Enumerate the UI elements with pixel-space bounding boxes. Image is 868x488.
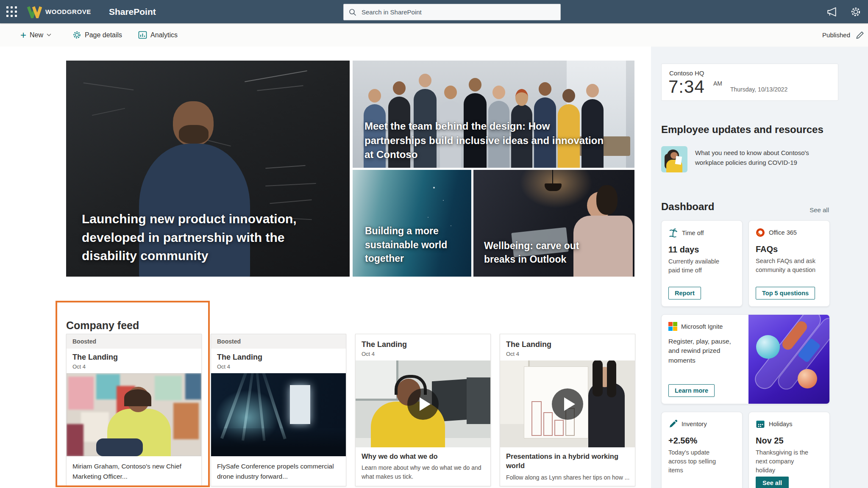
updates-thumbnail bbox=[661, 146, 687, 172]
dashboard-description: Currently available paid time off bbox=[662, 255, 739, 275]
dashboard-see-all-link[interactable]: See all bbox=[810, 206, 829, 214]
app-launcher-icon[interactable] bbox=[0, 0, 23, 23]
hero-wellbeing-title: Wellbeing: carve out breaks in Outlook bbox=[484, 239, 588, 266]
feed-card-title: FlySafe Conference propels commercial dr… bbox=[211, 456, 347, 487]
feed-image-miriam bbox=[67, 373, 201, 456]
updates-item-text: What you need to know about Contoso's wo… bbox=[695, 146, 837, 172]
dashboard-app-label: Office 365 bbox=[769, 229, 797, 236]
feed-card-why-we-do[interactable]: The Landing Oct 4 Why we do what we do L… bbox=[355, 334, 491, 486]
hero-main-title: Launching new product innovation, develo… bbox=[82, 210, 313, 265]
plus-icon: + bbox=[20, 32, 26, 39]
analytics-icon bbox=[138, 31, 147, 39]
dashboard-description: Search FAQs and ask community a question bbox=[749, 254, 826, 274]
feed-video-thumb-presentation bbox=[500, 360, 635, 447]
feed-card-flysafe[interactable]: Boosted The Landing Oct 4 FlySafe Confer… bbox=[211, 334, 346, 486]
new-button-label: New bbox=[30, 31, 43, 39]
suite-bar: WOODGROVE SharePoint bbox=[0, 0, 868, 23]
play-button[interactable] bbox=[552, 388, 583, 420]
feed-date: Oct 4 bbox=[506, 351, 629, 357]
publish-status: Published bbox=[822, 31, 850, 39]
boosted-badge: Boosted bbox=[217, 338, 241, 345]
hero-card-main[interactable]: Launching new product innovation, develo… bbox=[66, 61, 350, 277]
megaphone-icon[interactable] bbox=[826, 7, 837, 17]
feed-date: Oct 4 bbox=[362, 351, 484, 357]
hero-sustainable-title: Building a more sustainable world togeth… bbox=[365, 224, 452, 266]
updates-heading: Employee updates and resources bbox=[661, 124, 823, 136]
analytics-button[interactable]: Analytics bbox=[136, 28, 179, 42]
dashboard-app-label: Inventory bbox=[682, 421, 707, 427]
analytics-label: Analytics bbox=[150, 31, 178, 39]
search-input[interactable] bbox=[361, 8, 555, 16]
hero-card-team[interactable]: Meet the team behind the design: How par… bbox=[353, 61, 634, 168]
page-details-gear-icon bbox=[72, 30, 81, 39]
hero-card-wellbeing[interactable]: Wellbeing: carve out breaks in Outlook bbox=[473, 170, 634, 277]
clock-time: 7:34 bbox=[668, 77, 705, 97]
feed-card-title: Why we do what we do bbox=[356, 447, 490, 462]
feed-card-title: Presentations in a hybrid working world bbox=[500, 447, 632, 471]
feed-source: The Landing bbox=[72, 353, 195, 362]
feed-source: The Landing bbox=[217, 353, 340, 362]
office-365-icon bbox=[756, 228, 765, 237]
feed-card-presentations[interactable]: The Landing Oct 4 Presentations in a hyb… bbox=[500, 334, 635, 486]
feed-image-conference bbox=[211, 373, 346, 456]
dashboard-headline: +2.56% bbox=[662, 429, 742, 446]
dashboard-description: Register, play, pause, and rewind prized… bbox=[662, 331, 745, 365]
boosted-badge: Boosted bbox=[72, 338, 96, 345]
dashboard-description: Thanksgiving is the next company holiday bbox=[749, 446, 822, 475]
feed-card-title: Miriam Graham, Contoso's new Chief Marke… bbox=[67, 456, 202, 487]
ignite-promo-image bbox=[748, 315, 829, 404]
top-5-questions-button[interactable]: Top 5 questions bbox=[756, 287, 815, 299]
dashboard-card-inventory[interactable]: Inventory +2.56% Today's update across t… bbox=[661, 412, 743, 488]
clock-location: Contoso HQ bbox=[669, 69, 704, 77]
new-button[interactable]: + New bbox=[19, 29, 53, 42]
dashboard-app-label: Time off bbox=[682, 230, 704, 236]
report-button[interactable]: Report bbox=[668, 287, 701, 299]
command-bar: + New Page details Analytics Published bbox=[0, 23, 868, 47]
world-clock-card: Contoso HQ 7:34 AM Thursday, 10/13/2022 bbox=[661, 64, 838, 101]
play-button[interactable] bbox=[407, 388, 439, 420]
dashboard-card-holidays[interactable]: Holidays Nov 25 Thanksgiving is the next… bbox=[748, 412, 830, 488]
page-details-label: Page details bbox=[85, 31, 122, 39]
hero-team-title: Meet the team behind the design: How par… bbox=[364, 119, 604, 162]
dashboard-card-ignite[interactable]: Microsoft Ignite Register, play, pause, … bbox=[661, 314, 830, 404]
feed-source: The Landing bbox=[506, 340, 629, 349]
feed-source: The Landing bbox=[362, 340, 484, 349]
dashboard-headline: Nov 25 bbox=[749, 429, 829, 446]
search-icon bbox=[349, 8, 356, 16]
dashboard-app-label: Microsoft Ignite bbox=[681, 323, 723, 330]
palm-tree-icon bbox=[668, 228, 678, 238]
dashboard-description: Today's update across top selling items bbox=[662, 446, 734, 475]
sharepoint-page: WOODGROVE SharePoint + New bbox=[0, 0, 868, 488]
microsoft-logo-icon bbox=[668, 322, 677, 331]
dashboard-card-time-off[interactable]: Time off 11 days Currently available pai… bbox=[661, 220, 743, 307]
calendar-icon bbox=[756, 419, 765, 429]
dashboard-headline: FAQs bbox=[749, 237, 829, 254]
woodgrove-w-icon bbox=[27, 6, 42, 18]
inventory-pencil-icon bbox=[668, 419, 678, 429]
dashboard-app-label: Holidays bbox=[769, 421, 793, 427]
updates-list-item[interactable]: What you need to know about Contoso's wo… bbox=[661, 146, 839, 172]
clock-meridiem: AM bbox=[713, 80, 722, 87]
clock-date: Thursday, 10/13/2022 bbox=[730, 86, 787, 93]
dashboard-card-faqs[interactable]: Office 365 FAQs Search FAQs and ask comm… bbox=[748, 220, 830, 307]
dashboard-heading: Dashboard bbox=[661, 201, 714, 213]
edit-pencil-icon[interactable] bbox=[855, 30, 865, 40]
holidays-see-all-button[interactable]: See all bbox=[756, 477, 789, 488]
feed-card-description: Follow along as Lynn shares her tips on … bbox=[500, 471, 637, 484]
hero-card-sustainable[interactable]: Building a more sustainable world togeth… bbox=[353, 170, 471, 277]
company-feed-heading: Company feed bbox=[66, 319, 139, 332]
page-details-button[interactable]: Page details bbox=[71, 28, 124, 42]
woodgrove-logo[interactable]: WOODGROVE bbox=[27, 6, 91, 18]
settings-gear-icon[interactable] bbox=[850, 6, 861, 17]
search-box[interactable] bbox=[343, 4, 561, 20]
chevron-down-icon bbox=[47, 33, 51, 36]
learn-more-button[interactable]: Learn more bbox=[668, 384, 715, 397]
feed-card-miriam[interactable]: Boosted The Landing Oct 4 Miriam Graham, bbox=[66, 334, 202, 486]
feed-card-description: Learn more about why we do what we do an… bbox=[356, 462, 490, 483]
right-rail: Contoso HQ 7:34 AM Thursday, 10/13/2022 … bbox=[651, 47, 868, 488]
feed-date: Oct 4 bbox=[217, 363, 340, 370]
feed-date: Oct 4 bbox=[72, 363, 195, 370]
logo-text: WOODGROVE bbox=[45, 8, 91, 15]
app-name[interactable]: SharePoint bbox=[109, 7, 156, 17]
feed-video-thumb-support bbox=[356, 360, 490, 447]
